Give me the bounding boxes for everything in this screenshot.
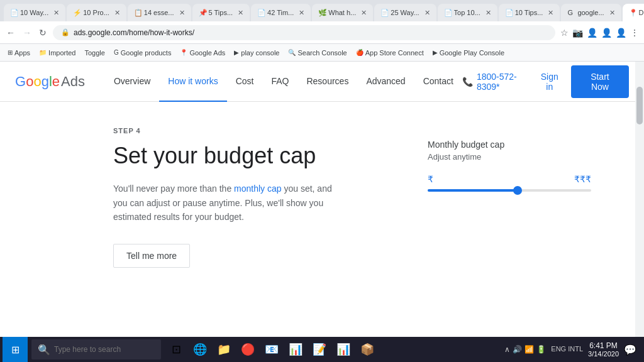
phone-link[interactable]: 📞 1800-572-8309* — [462, 72, 528, 92]
tab-7[interactable]: 📄 25 Way... ✕ — [374, 4, 436, 21]
volume-icon[interactable]: 📶 — [525, 345, 534, 354]
system-tray: ∧ 🔊 📶 🔋 — [504, 345, 546, 354]
start-now-button[interactable]: Start Now — [571, 65, 629, 98]
tab-close-4[interactable]: ✕ — [238, 9, 243, 17]
taskbar: ⊞ 🔍 ⊡ 🌐 📁 🔴 📧 📊 📝 📊 📦 ∧ 🔊 📶 🔋 ENG INTL 6… — [0, 337, 644, 362]
bookmark-app-store[interactable]: 🍎 App Store Connect — [353, 48, 426, 58]
tab-10[interactable]: G google... ✕ — [561, 4, 621, 21]
tab-6[interactable]: 🌿 What h... ✕ — [312, 4, 373, 21]
folder-icon: 📁 — [39, 49, 47, 56]
tab-label-10: google... — [577, 9, 604, 16]
profile-icon[interactable]: 👤 — [587, 28, 597, 38]
tab-favicon-4: 📌 — [199, 9, 206, 16]
bookmark-imported[interactable]: 📁 Imported — [36, 48, 78, 58]
bookmark-star-icon[interactable]: ☆ — [560, 28, 569, 38]
windows-start-button[interactable]: ⊞ — [3, 337, 28, 362]
desc-part1: You'll never pay more than the — [113, 184, 234, 194]
search-icon: 🔍 — [38, 344, 50, 356]
bookmark-google-products[interactable]: G Google products — [111, 48, 174, 58]
tab-3[interactable]: 📋 14 esse... ✕ — [128, 4, 191, 21]
edge-browser-icon[interactable]: 🌐 — [189, 338, 211, 361]
tab-9[interactable]: 📄 10 Tips... ✕ — [499, 4, 560, 21]
tab-1[interactable]: 📄 10 Way... ✕ — [4, 4, 65, 21]
word-icon[interactable]: 📝 — [308, 338, 331, 361]
nav-cost[interactable]: Cost — [227, 62, 263, 102]
slider-thumb[interactable] — [513, 186, 522, 195]
apple-icon: 🍎 — [356, 49, 364, 56]
scrollbar-thumb[interactable] — [636, 87, 643, 124]
tray-chevron[interactable]: ∧ — [504, 345, 510, 354]
clock[interactable]: 6:41 PM 3/14/2020 — [588, 341, 619, 358]
back-button[interactable]: ← — [5, 26, 16, 39]
tab-5[interactable]: 📄 42 Tim... ✕ — [251, 4, 311, 21]
tab-4[interactable]: 📌 5 Tips... ✕ — [192, 4, 250, 21]
bookmark-toggle[interactable]: Toggle — [82, 48, 108, 58]
tab-favicon-5: 📄 — [257, 9, 265, 16]
tab-close-3[interactable]: ✕ — [179, 9, 185, 17]
powerpoint-icon[interactable]: 📊 — [332, 338, 355, 361]
tab-close-10[interactable]: ✕ — [609, 9, 615, 17]
phone-number: 1800-572-8309* — [477, 72, 528, 92]
budget-subtitle: Adjust anytime — [428, 152, 591, 162]
language-text: ENG INTL — [551, 345, 583, 353]
bookmarks-bar: ⊞ Apps 📁 Imported Toggle G Google produc… — [0, 44, 644, 62]
address-bar: ← → ↻ 🔒 ads.google.com/home/how-it-works… — [0, 21, 644, 44]
chrome-icon[interactable]: 🔴 — [236, 338, 259, 361]
tab-close-6[interactable]: ✕ — [361, 9, 367, 17]
taskbar-search-box[interactable]: 🔍 — [31, 339, 161, 359]
refresh-button[interactable]: ↻ — [38, 26, 48, 39]
tab-close-5[interactable]: ✕ — [299, 9, 304, 17]
taskbar-search-input[interactable] — [54, 345, 155, 354]
tab-favicon-1: 📄 — [10, 9, 18, 16]
menu-icon[interactable]: ⋮ — [630, 28, 639, 38]
url-bar[interactable]: 🔒 ads.google.com/home/how-it-works/ — [53, 25, 555, 40]
excel-icon[interactable]: 📊 — [284, 338, 307, 361]
forward-button[interactable]: → — [21, 26, 33, 39]
nav-overview[interactable]: Overview — [105, 62, 159, 102]
bookmark-play-console[interactable]: ▶ play console — [231, 48, 282, 58]
google-ads-logo[interactable]: Google Ads — [15, 74, 85, 90]
bookmark-play-store[interactable]: ▶ Google Play Console — [430, 48, 507, 58]
budget-widget: Monthly budget cap Adjust anytime ₹ ₹₹₹ — [428, 127, 591, 192]
nav-advanced[interactable]: Advanced — [357, 62, 414, 102]
apps-icon: ⊞ — [8, 49, 13, 56]
ads-navbar: Google Ads Overview How it works Cost FA… — [0, 62, 644, 102]
bookmark-search-console[interactable]: 🔍 Search Console — [286, 48, 349, 58]
outlook-icon[interactable]: 📧 — [260, 338, 283, 361]
google-ads-icon: 📍 — [180, 49, 187, 56]
bookmark-playstore-label: Google Play Console — [440, 49, 504, 57]
tab-close-1[interactable]: ✕ — [53, 9, 59, 17]
tab-favicon-6: 🌿 — [318, 9, 326, 16]
tab-11-active[interactable]: 📍 Discov... ✕ — [623, 4, 644, 21]
tab-2[interactable]: ⚡ 10 Pro... ✕ — [67, 4, 126, 21]
nav-contact[interactable]: Contact — [414, 62, 462, 102]
signin-button[interactable]: Sign in — [538, 72, 561, 92]
budget-slider[interactable] — [428, 189, 591, 192]
main-heading: Set your budget cap — [113, 142, 390, 169]
profile-icon-2[interactable]: 👤 — [601, 28, 612, 38]
other-icon[interactable]: 📦 — [356, 338, 379, 361]
tab-close-8[interactable]: ✕ — [486, 9, 491, 17]
bookmark-apps[interactable]: ⊞ Apps — [5, 48, 33, 58]
bookmark-google-ads[interactable]: 📍 Google Ads — [177, 48, 228, 58]
nav-faq[interactable]: FAQ — [262, 62, 297, 102]
battery-icon[interactable]: 🔋 — [536, 345, 546, 354]
scrollbar[interactable] — [635, 62, 644, 362]
profile-icon-3[interactable]: 👤 — [616, 28, 626, 38]
logo-ads-text: Ads — [61, 74, 85, 90]
task-view-button[interactable]: ⊡ — [165, 338, 187, 361]
logo-text: Google — [15, 74, 60, 90]
tell-me-more-button[interactable]: Tell me more — [113, 244, 190, 268]
tab-favicon-9: 📄 — [505, 9, 513, 16]
tab-8[interactable]: 📄 Top 10... ✕ — [438, 4, 497, 21]
file-explorer-icon[interactable]: 📁 — [213, 338, 235, 361]
network-icon[interactable]: 🔊 — [513, 345, 522, 354]
tab-close-7[interactable]: ✕ — [425, 9, 430, 17]
bookmark-appstore-label: App Store Connect — [365, 49, 424, 57]
nav-how-it-works[interactable]: How it works — [159, 62, 226, 102]
camera-icon[interactable]: 📷 — [572, 28, 583, 38]
nav-resources[interactable]: Resources — [297, 62, 357, 102]
notification-icon[interactable]: 💬 — [624, 344, 636, 356]
tab-close-2[interactable]: ✕ — [114, 9, 120, 17]
tab-close-9[interactable]: ✕ — [548, 9, 553, 17]
